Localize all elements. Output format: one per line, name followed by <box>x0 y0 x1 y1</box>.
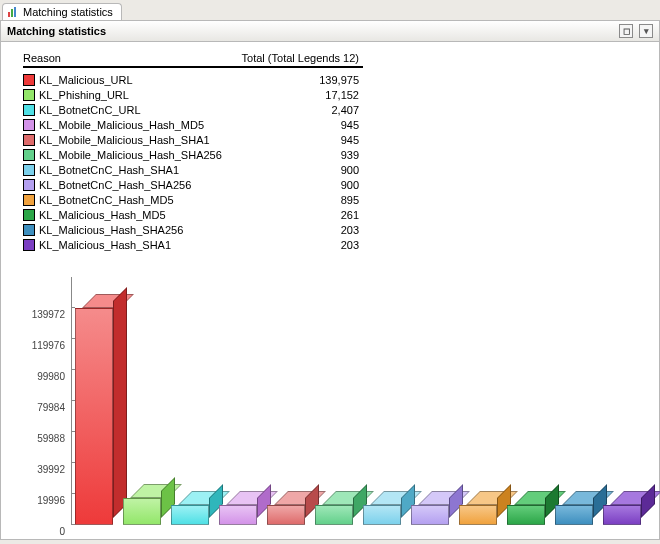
dropdown-button[interactable]: ▾ <box>639 24 653 38</box>
maximize-icon: ◻ <box>623 27 630 36</box>
legend-swatch <box>23 239 35 251</box>
legend-row: KL_BotnetCnC_URL2,407 <box>23 102 363 117</box>
legend-value: 2,407 <box>254 104 363 116</box>
svg-rect-1 <box>11 9 13 17</box>
maximize-button[interactable]: ◻ <box>619 24 633 38</box>
legend-value: 945 <box>254 119 363 131</box>
tab-matching-statistics[interactable]: Matching statistics <box>2 3 122 20</box>
y-axis: 01999639992599887998499980119976139972 <box>23 277 72 525</box>
legend-swatch <box>23 119 35 131</box>
legend-label: KL_Mobile_Malicious_Hash_SHA1 <box>39 134 254 146</box>
bar-chart: 01999639992599887998499980119976139972 <box>23 277 653 525</box>
bar[interactable] <box>315 505 353 525</box>
bar[interactable] <box>459 505 497 525</box>
y-tick-label: 39992 <box>17 464 71 475</box>
y-tick-label: 79984 <box>17 402 71 413</box>
legend-label: KL_Malicious_Hash_SHA1 <box>39 239 254 251</box>
bar[interactable] <box>411 505 449 525</box>
legend-body: KL_Malicious_URL139,975KL_Phishing_URL17… <box>23 72 659 252</box>
bar[interactable] <box>363 505 401 525</box>
legend-label: KL_Phishing_URL <box>39 89 254 101</box>
legend-row: KL_Mobile_Malicious_Hash_MD5945 <box>23 117 363 132</box>
window-controls: ◻ ▾ <box>619 24 653 38</box>
legend-swatch <box>23 224 35 236</box>
legend-label: KL_BotnetCnC_Hash_SHA256 <box>39 179 254 191</box>
legend-swatch <box>23 209 35 221</box>
bar[interactable] <box>75 308 113 525</box>
y-tick-label: 139972 <box>17 309 71 320</box>
bar[interactable] <box>219 505 257 525</box>
panel-content: Reason Total (Total Legends 12) KL_Malic… <box>0 42 660 540</box>
chevron-down-icon: ▾ <box>644 27 649 36</box>
legend-label: KL_Malicious_Hash_MD5 <box>39 209 254 221</box>
legend-label: KL_BotnetCnC_Hash_SHA1 <box>39 164 254 176</box>
y-tick-label: 59988 <box>17 433 71 444</box>
legend-value: 139,975 <box>254 74 363 86</box>
y-tick-label: 19996 <box>17 495 71 506</box>
bar[interactable] <box>603 505 641 525</box>
legend-row: KL_BotnetCnC_Hash_SHA256900 <box>23 177 363 192</box>
tab-bar: Matching statistics <box>0 0 660 20</box>
legend-row: KL_Malicious_Hash_SHA1203 <box>23 237 363 252</box>
bar[interactable] <box>267 505 305 525</box>
legend-label: KL_Mobile_Malicious_Hash_MD5 <box>39 119 254 131</box>
legend-value: 895 <box>254 194 363 206</box>
legend-value: 945 <box>254 134 363 146</box>
bar[interactable] <box>507 505 545 525</box>
legend-swatch <box>23 104 35 116</box>
panel-title: Matching statistics <box>7 25 106 37</box>
legend-row: KL_Phishing_URL17,152 <box>23 87 363 102</box>
legend-swatch <box>23 134 35 146</box>
legend-label: KL_Malicious_URL <box>39 74 254 86</box>
legend-row: KL_Malicious_Hash_SHA256203 <box>23 222 363 237</box>
y-tick-label: 119976 <box>17 340 71 351</box>
legend-value: 939 <box>254 149 363 161</box>
tab-label: Matching statistics <box>23 6 113 18</box>
legend-label: KL_Malicious_Hash_SHA256 <box>39 224 254 236</box>
svg-rect-2 <box>14 7 16 17</box>
bar[interactable] <box>123 498 161 525</box>
legend-label: KL_Mobile_Malicious_Hash_SHA256 <box>39 149 254 161</box>
legend-row: KL_Mobile_Malicious_Hash_SHA256939 <box>23 147 363 162</box>
legend-value: 203 <box>254 239 363 251</box>
legend-row: KL_Mobile_Malicious_Hash_SHA1945 <box>23 132 363 147</box>
legend-header-reason: Reason <box>23 52 213 64</box>
legend-row: KL_Malicious_Hash_MD5261 <box>23 207 363 222</box>
legend-swatch <box>23 194 35 206</box>
legend-value: 203 <box>254 224 363 236</box>
bar[interactable] <box>555 505 593 525</box>
bar[interactable] <box>171 505 209 525</box>
y-tick-label: 0 <box>17 526 71 537</box>
chart-icon <box>7 6 19 18</box>
legend-swatch <box>23 89 35 101</box>
legend-value: 900 <box>254 164 363 176</box>
legend-label: KL_BotnetCnC_Hash_MD5 <box>39 194 254 206</box>
y-tick-label: 99980 <box>17 371 71 382</box>
legend-row: KL_BotnetCnC_Hash_MD5895 <box>23 192 363 207</box>
legend-label: KL_BotnetCnC_URL <box>39 104 254 116</box>
legend-row: KL_Malicious_URL139,975 <box>23 72 363 87</box>
legend-row: KL_BotnetCnC_Hash_SHA1900 <box>23 162 363 177</box>
legend-swatch <box>23 179 35 191</box>
legend-value: 261 <box>254 209 363 221</box>
legend-swatch <box>23 74 35 86</box>
bars-area <box>71 277 653 525</box>
svg-rect-0 <box>8 12 10 17</box>
legend-header: Reason Total (Total Legends 12) <box>23 52 363 68</box>
legend-value: 17,152 <box>254 89 363 101</box>
legend-swatch <box>23 149 35 161</box>
legend-value: 900 <box>254 179 363 191</box>
legend-header-total: Total (Total Legends 12) <box>213 52 363 64</box>
panel-header: Matching statistics ◻ ▾ <box>0 20 660 42</box>
legend-swatch <box>23 164 35 176</box>
